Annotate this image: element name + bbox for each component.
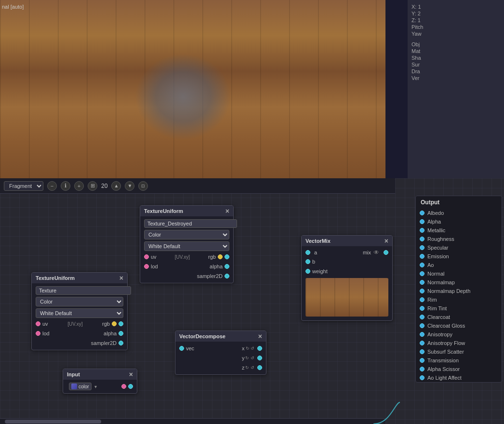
output-item[interactable]: Anisotropy Flow [416, 339, 502, 347]
output-item[interactable]: Specular [416, 243, 502, 252]
grid-button[interactable]: ⊞ [88, 181, 97, 191]
frame-button[interactable]: ⊡ [138, 181, 148, 191]
output-item[interactable]: Rim [416, 295, 502, 304]
eye-icon[interactable]: 👁 [373, 249, 380, 256]
output-socket[interactable] [420, 349, 424, 354]
output-socket[interactable] [420, 237, 424, 241]
texture-name-input-2[interactable] [36, 286, 131, 295]
output-item[interactable]: Albedo [416, 209, 502, 217]
output-socket[interactable] [420, 228, 424, 233]
output-item[interactable]: Clearcoat Gloss [416, 321, 502, 330]
rgb-socket-right-1b[interactable] [225, 254, 229, 259]
shader-type-dropdown[interactable]: Fragment [4, 181, 43, 191]
texture-mode-select-1[interactable]: Color [144, 230, 229, 239]
sampler2d-socket-right-1[interactable] [225, 274, 229, 278]
output-socket[interactable] [420, 341, 424, 345]
color-socket-right2[interactable] [128, 384, 133, 389]
output-label: Roughness [427, 236, 454, 242]
output-item[interactable]: Roughness [416, 235, 502, 243]
node-body-texture2: Color White Default uv [UV.xy] rgb lod a… [32, 283, 127, 350]
3d-viewport: nal [auto] [0, 0, 385, 178]
node-editor: Fragment − ℹ + ⊞ 20 ▲ ▼ ⊡ [0, 178, 504, 424]
output-socket[interactable] [420, 263, 424, 267]
color-socket-right[interactable] [121, 384, 126, 389]
bottom-scrollbar[interactable] [0, 418, 385, 424]
output-item[interactable]: Rim Tint [416, 304, 502, 313]
output-item[interactable]: Anisotropy [416, 330, 502, 339]
alpha-label-1: alpha [187, 264, 223, 269]
output-socket[interactable] [420, 306, 424, 311]
output-socket[interactable] [420, 375, 424, 380]
nav-up-button[interactable]: ▲ [111, 181, 121, 191]
vec-socket-left[interactable] [179, 346, 184, 351]
color-label: color [79, 384, 89, 389]
output-item[interactable]: Normal [416, 269, 502, 278]
a-socket-left[interactable] [305, 250, 310, 255]
prop-mat: Mat [411, 48, 500, 54]
output-socket[interactable] [420, 332, 424, 337]
zoom-in-button[interactable]: + [74, 181, 84, 191]
close-vectordecompose-button[interactable]: × [258, 333, 262, 340]
rgb-socket-right-2b[interactable] [119, 321, 123, 326]
output-label: Normal [427, 271, 444, 277]
weight-socket-left[interactable] [305, 269, 310, 274]
output-socket[interactable] [420, 211, 424, 215]
output-socket[interactable] [420, 323, 424, 328]
close-input-button[interactable]: × [129, 371, 133, 378]
y-socket-right[interactable] [257, 356, 262, 360]
zoom-out-button[interactable]: − [47, 181, 57, 191]
texture-name-input-1[interactable] [144, 219, 237, 228]
output-socket[interactable] [420, 358, 424, 363]
output-item[interactable]: Subsurf Scatter [416, 347, 502, 356]
output-socket[interactable] [420, 271, 424, 276]
close-texture1-button[interactable]: × [225, 208, 229, 214]
output-socket[interactable] [420, 315, 424, 319]
rgb-socket-right-2[interactable] [112, 321, 117, 326]
output-item[interactable]: Ao [416, 261, 502, 269]
sampler2d-socket-right-2[interactable] [119, 341, 123, 345]
uv-socket-left-2[interactable] [36, 321, 40, 326]
output-item[interactable]: Transmission [416, 356, 502, 365]
zoom-value: 20 [101, 183, 107, 189]
z-nav: ↻ ↺ [245, 365, 254, 370]
output-item[interactable]: Emission [416, 252, 502, 261]
texture-mode-select-2[interactable]: Color [36, 297, 123, 306]
output-item[interactable]: Clearcoat [416, 313, 502, 321]
output-socket[interactable] [420, 367, 424, 371]
lod-socket-left-2[interactable] [36, 331, 40, 336]
uv-socket-left-1[interactable] [144, 254, 149, 259]
lod-socket-left-1[interactable] [144, 264, 149, 269]
output-item[interactable]: Alpha [416, 217, 502, 226]
output-socket[interactable] [420, 219, 424, 224]
crack-detail [135, 53, 231, 140]
texture-default-select-2[interactable]: White Default [36, 308, 123, 318]
close-texture2-button[interactable]: × [119, 275, 123, 281]
alpha-socket-right-2[interactable] [119, 331, 123, 336]
output-socket[interactable] [420, 289, 424, 293]
x-socket-right[interactable] [257, 346, 262, 351]
mix-socket-right[interactable] [384, 250, 388, 255]
z-socket-right[interactable] [257, 365, 262, 370]
scrollbar-thumb[interactable] [5, 420, 101, 424]
output-socket[interactable] [420, 254, 424, 259]
output-item[interactable]: Normalmap Depth [416, 287, 502, 295]
prop-sur: Sur [411, 62, 500, 67]
alpha-socket-right-1[interactable] [225, 264, 229, 269]
output-panel: Output AlbedoAlphaMetallicRoughnessSpecu… [415, 196, 502, 383]
chevron-down-icon[interactable]: ▾ [94, 384, 97, 389]
b-socket-left[interactable] [305, 259, 310, 264]
close-vectormix-button[interactable]: × [385, 238, 388, 244]
output-socket[interactable] [420, 280, 424, 285]
texture-default-select-1[interactable]: White Default [144, 241, 229, 251]
output-item[interactable]: Alpha Scissor [416, 365, 502, 373]
output-socket[interactable] [420, 245, 424, 250]
nav-down-button[interactable]: ▼ [125, 181, 134, 191]
output-item[interactable]: Ao Light Affect [416, 373, 502, 382]
info-button[interactable]: ℹ [61, 181, 70, 191]
output-item[interactable]: Normalmap [416, 278, 502, 287]
rgb-socket-right-1[interactable] [218, 254, 223, 259]
output-socket[interactable] [420, 297, 424, 302]
output-item[interactable]: Metallic [416, 226, 502, 235]
node-body-input: color ▾ [63, 380, 137, 393]
x-nav: ↻ ↺ [246, 346, 255, 351]
